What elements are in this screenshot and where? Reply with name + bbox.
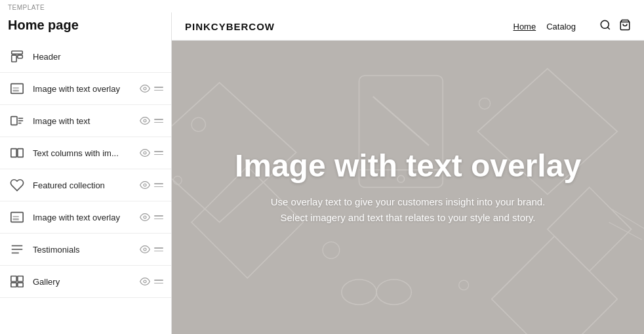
page-title: Home page — [0, 12, 171, 41]
visibility-toggle[interactable] — [140, 212, 150, 222]
drag-handle[interactable] — [154, 280, 163, 283]
item-actions — [140, 83, 163, 94]
template-label: TEMPLATE — [0, 0, 644, 12]
svg-point-47 — [376, 280, 411, 304]
svg-point-29 — [601, 20, 609, 28]
visibility-toggle[interactable] — [140, 148, 150, 158]
svg-rect-13 — [18, 149, 23, 157]
svg-rect-0 — [12, 51, 23, 54]
svg-rect-4 — [13, 90, 19, 92]
hero-subtitle: Use overlay text to give your customers … — [264, 194, 552, 226]
item-icon-testimonials — [8, 240, 26, 259]
item-label: Image with text — [33, 116, 133, 126]
drag-handle[interactable] — [154, 183, 163, 187]
svg-point-23 — [144, 248, 146, 251]
drag-handle[interactable] — [154, 119, 163, 123]
svg-rect-1 — [12, 55, 16, 62]
svg-line-50 — [609, 222, 642, 240]
sidebar-item-testimonials[interactable]: Testimonials — [0, 234, 171, 266]
svg-point-43 — [479, 98, 491, 109]
item-actions — [140, 115, 163, 126]
visibility-toggle[interactable] — [140, 83, 150, 94]
svg-point-6 — [144, 87, 146, 90]
sidebar-item-featured-collection[interactable]: Featured collection — [0, 169, 171, 201]
item-label: Text columns with im... — [33, 148, 133, 158]
item-label: Image with text overlay — [33, 213, 133, 222]
hero-title: Image with text overlay — [235, 149, 581, 184]
item-label: Header — [33, 52, 163, 62]
svg-point-42 — [173, 176, 182, 184]
item-label: Testimonials — [33, 245, 133, 255]
visibility-toggle[interactable] — [140, 180, 150, 190]
visibility-toggle[interactable] — [140, 244, 150, 255]
item-actions — [140, 180, 163, 190]
svg-marker-40 — [492, 236, 618, 334]
sidebar: Home page Header Image with text overlay… — [0, 12, 172, 334]
item-icon-header — [8, 47, 26, 66]
svg-rect-17 — [13, 219, 19, 220]
nav-link-home[interactable]: Home — [513, 22, 536, 31]
sidebar-item-image-text[interactable]: Image with text — [0, 105, 171, 137]
drag-handle[interactable] — [154, 151, 163, 155]
item-actions — [140, 212, 163, 222]
sidebar-item-text-columns[interactable]: Text columns with im... — [0, 137, 171, 169]
cart-icon[interactable] — [619, 19, 631, 33]
drag-handle[interactable] — [154, 87, 163, 91]
item-icon-text-columns — [8, 144, 26, 162]
svg-rect-7 — [11, 117, 17, 125]
svg-point-45 — [459, 280, 469, 290]
svg-rect-24 — [11, 276, 16, 282]
svg-rect-26 — [11, 283, 16, 287]
svg-point-19 — [144, 216, 146, 219]
search-icon[interactable] — [599, 19, 611, 33]
preview-panel: PINKCYBERCOW Home Catalog — [172, 12, 644, 334]
svg-point-14 — [144, 152, 146, 154]
item-actions — [140, 244, 163, 255]
hero-section: Image with text overlay Use overlay text… — [172, 41, 644, 334]
sidebar-item-image-text-overlay-1[interactable]: Image with text overlay — [0, 73, 171, 105]
hero-text-block: Image with text overlay Use overlay text… — [209, 149, 607, 226]
item-label: Featured collection — [33, 180, 133, 190]
svg-point-28 — [144, 280, 146, 283]
visibility-toggle[interactable] — [140, 276, 150, 287]
svg-rect-3 — [11, 84, 23, 94]
sidebar-item-gallery[interactable]: Gallery — [0, 266, 171, 298]
sidebar-item-header[interactable]: Header — [0, 41, 171, 73]
svg-point-15 — [144, 184, 146, 186]
nav-links: Home Catalog — [513, 22, 576, 31]
visibility-toggle[interactable] — [140, 115, 150, 126]
sidebar-item-image-text-overlay-2[interactable]: Image with text overlay — [0, 201, 171, 234]
svg-point-41 — [191, 117, 205, 131]
svg-rect-16 — [11, 213, 23, 222]
svg-point-44 — [323, 242, 340, 259]
svg-rect-27 — [18, 283, 23, 287]
item-actions — [140, 148, 163, 158]
item-icon-gallery — [8, 272, 26, 291]
item-icon-featured-collection — [8, 176, 26, 194]
svg-point-46 — [342, 280, 376, 304]
item-icon-image-text-overlay — [8, 79, 26, 98]
item-label: Image with text overlay — [33, 84, 133, 94]
svg-line-37 — [373, 96, 429, 146]
brand-name: PINKCYBERCOW — [185, 21, 275, 32]
svg-rect-25 — [18, 276, 23, 282]
svg-line-30 — [607, 27, 609, 29]
svg-rect-2 — [18, 55, 22, 58]
item-label: Gallery — [33, 277, 133, 287]
nav-icons — [599, 19, 631, 33]
drag-handle[interactable] — [154, 247, 163, 251]
svg-line-49 — [611, 208, 644, 229]
item-icon-image-text — [8, 112, 26, 130]
svg-rect-12 — [11, 149, 16, 157]
drag-handle[interactable] — [154, 215, 163, 219]
item-actions — [140, 276, 163, 287]
svg-point-11 — [144, 119, 146, 122]
nav-link-catalog[interactable]: Catalog — [546, 22, 576, 31]
item-icon-image-text-overlay — [8, 208, 26, 226]
preview-navbar: PINKCYBERCOW Home Catalog — [172, 12, 644, 41]
